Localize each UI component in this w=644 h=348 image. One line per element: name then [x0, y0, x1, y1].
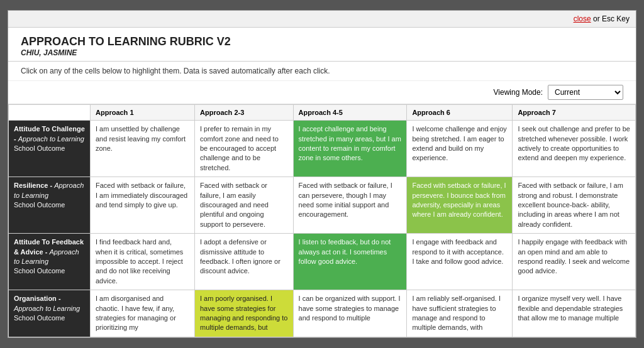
modal-top-bar: close or Esc Key: [8, 11, 636, 28]
rubric-cell[interactable]: I am poorly organised. I have some strat…: [195, 290, 294, 337]
row-outcome: School Outcome: [14, 267, 65, 275]
rubric-cell[interactable]: Faced with setback or failure, I perseve…: [407, 177, 513, 234]
row-header-cell: Resilience - Approach to LearningSchool …: [9, 177, 91, 234]
header-approach2-3: Approach 2-3: [195, 105, 294, 121]
table-row: Organisation - Approach to LearningSchoo…: [9, 290, 636, 337]
rubric-cell[interactable]: Faced with setback or failure, I am imme…: [91, 177, 195, 234]
row-title: Resilience -: [14, 182, 54, 189]
table-row: Attitude To Challenge - Approach to Lear…: [9, 121, 636, 177]
rubric-cell[interactable]: I am unsettled by challenge and resist l…: [91, 121, 195, 177]
header-empty: [9, 105, 91, 121]
rubric-cell[interactable]: I seek out challenge and prefer to be st…: [513, 121, 636, 177]
viewing-mode-label: Viewing Mode:: [494, 88, 543, 97]
row-title: Organisation -: [14, 295, 61, 302]
rubric-cell[interactable]: I listen to feedback, but do not always …: [293, 234, 407, 290]
header-approach6: Approach 6: [407, 105, 513, 121]
viewing-mode-select[interactable]: Current Past All: [548, 85, 623, 100]
rubric-cell[interactable]: I engage with feedback and respond to it…: [407, 234, 513, 290]
rubric-cell[interactable]: I find feedback hard and, when it is cri…: [91, 234, 195, 290]
rubric-cell[interactable]: I prefer to remain in my comfort zone an…: [195, 121, 294, 177]
modal-container: close or Esc Key APPROACH TO LEARNING RU…: [8, 10, 636, 337]
viewing-mode-bar: Viewing Mode: Current Past All: [8, 81, 636, 104]
row-outcome: School Outcome: [14, 314, 65, 322]
row-header-cell: Attitude To Challenge - Approach to Lear…: [9, 121, 91, 177]
row-header-cell: Organisation - Approach to LearningSchoo…: [9, 290, 91, 337]
row-header-cell: Attitude To Feedback & Advice - Approach…: [9, 234, 91, 290]
rubric-cell[interactable]: I can be organized with support. I have …: [293, 290, 407, 337]
rubric-cell[interactable]: I am reliably self-organised. I have suf…: [407, 290, 513, 337]
rubric-table: Approach 1 Approach 2-3 Approach 4-5 App…: [8, 104, 636, 337]
close-link[interactable]: close: [574, 14, 591, 23]
modal-header: APPROACH TO LEARNING RUBRIC V2 CHIU, JAS…: [8, 28, 636, 62]
rubric-cell[interactable]: Faced with setback or failure, I am easi…: [195, 177, 294, 234]
header-approach1: Approach 1: [91, 105, 195, 121]
header-approach4-5: Approach 4-5: [293, 105, 407, 121]
instructions: Click on any of the cells below to highl…: [8, 62, 636, 81]
row-subtitle: Approach to Learning: [14, 305, 80, 312]
rubric-cell[interactable]: I welcome challenge and enjoy being stre…: [407, 121, 513, 177]
student-name: CHIU, JASMINE: [21, 48, 623, 57]
rubric-cell[interactable]: I adopt a defensive or dismissive attitu…: [195, 234, 294, 290]
rubric-cell[interactable]: I happily engage with feedback with an o…: [513, 234, 636, 290]
close-suffix: or Esc Key: [591, 14, 630, 23]
header-approach7: Approach 7: [513, 105, 636, 121]
table-header-row: Approach 1 Approach 2-3 Approach 4-5 App…: [9, 105, 636, 121]
rubric-cell[interactable]: Faced with setback or failure, I am stro…: [513, 177, 636, 234]
rubric-cell[interactable]: I organize myself very well. I have flex…: [513, 290, 636, 337]
row-outcome: School Outcome: [14, 201, 65, 209]
table-container: Approach 1 Approach 2-3 Approach 4-5 App…: [8, 104, 636, 337]
table-row: Resilience - Approach to LearningSchool …: [9, 177, 636, 234]
table-row: Attitude To Feedback & Advice - Approach…: [9, 234, 636, 290]
row-subtitle: Approach to Learning: [18, 135, 84, 143]
rubric-cell[interactable]: I accept challenge and being stretched i…: [293, 121, 407, 177]
page-title: APPROACH TO LEARNING RUBRIC V2: [21, 35, 623, 48]
rubric-cell[interactable]: Faced with setback or failure, I can per…: [293, 177, 407, 234]
row-outcome: School Outcome: [14, 144, 65, 152]
rubric-cell[interactable]: I am disorganised and chaotic. I have fe…: [91, 290, 195, 337]
